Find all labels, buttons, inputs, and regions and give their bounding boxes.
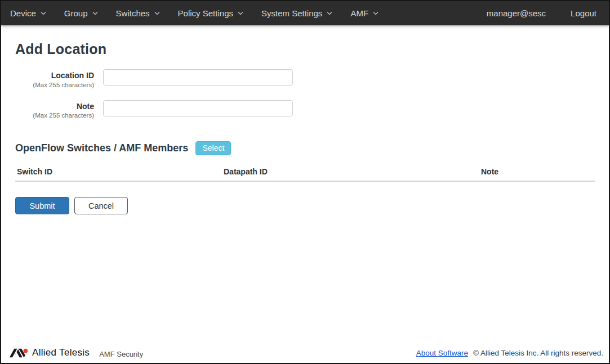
nav-item-system-settings[interactable]: System Settings: [252, 1, 341, 25]
add-location-form: Location ID (Max 255 characters) Note (M…: [15, 69, 595, 120]
copyright-text: © Allied Telesis Inc. All rights reserve…: [473, 349, 603, 357]
location-id-hint: (Max 255 characters): [15, 82, 94, 89]
select-members-button[interactable]: Select: [195, 141, 231, 155]
logged-in-user: manager@sesc: [478, 8, 555, 18]
note-label: Note: [15, 102, 94, 111]
chevron-down-icon: [41, 11, 46, 15]
nav-item-device[interactable]: Device: [1, 1, 55, 25]
members-section-header: OpenFlow Switches / AMF Members Select: [15, 141, 595, 155]
form-row-note: Note (Max 255 characters): [15, 100, 595, 120]
chevron-down-icon: [154, 11, 160, 15]
nav-item-label: Policy Settings: [178, 8, 233, 18]
main-content: Add Location Location ID (Max 255 charac…: [1, 25, 609, 214]
app-window: Device Group Switches Policy Settings Sy…: [0, 0, 610, 364]
footer: Allied Telesis AMF Security About Softwa…: [1, 344, 609, 363]
submit-button[interactable]: Submit: [15, 197, 69, 214]
logout-button[interactable]: Logout: [555, 8, 602, 18]
chevron-down-icon: [327, 11, 332, 15]
top-navbar: Device Group Switches Policy Settings Sy…: [1, 1, 609, 25]
chevron-down-icon: [92, 11, 98, 15]
nav-item-policy-settings[interactable]: Policy Settings: [169, 1, 252, 25]
footer-right: About Software © Allied Telesis Inc. All…: [416, 349, 603, 357]
brand: Allied Telesis AMF Security: [9, 347, 143, 358]
nav-menu: Device Group Switches Policy Settings Sy…: [1, 1, 478, 25]
column-header-switch-id: Switch ID: [15, 164, 222, 181]
column-header-datapath-id: Datapath ID: [222, 164, 479, 181]
nav-right: manager@sesc Logout: [478, 8, 609, 18]
nav-item-label: Switches: [116, 8, 150, 18]
nav-item-label: Group: [64, 8, 88, 18]
chevron-down-icon: [238, 11, 243, 15]
column-header-note: Note: [479, 164, 595, 181]
members-section-title: OpenFlow Switches / AMF Members: [15, 142, 188, 154]
page-title: Add Location: [15, 41, 595, 57]
location-id-label: Location ID: [15, 71, 94, 80]
app-name: AMF Security: [99, 348, 143, 358]
members-table-header-row: Switch ID Datapath ID Note: [15, 164, 595, 181]
nav-item-switches[interactable]: Switches: [107, 1, 169, 25]
nav-item-label: Device: [10, 8, 36, 18]
location-id-input[interactable]: [103, 69, 293, 86]
cancel-button[interactable]: Cancel: [74, 197, 128, 214]
note-input[interactable]: [103, 100, 293, 116]
members-table: Switch ID Datapath ID Note: [15, 164, 595, 182]
members-section: OpenFlow Switches / AMF Members Select S…: [15, 141, 595, 182]
note-hint: (Max 255 characters): [15, 112, 94, 120]
field-label-group: Location ID (Max 255 characters): [15, 69, 103, 89]
brand-name: Allied Telesis: [32, 347, 90, 358]
about-software-link[interactable]: About Software: [416, 349, 468, 357]
nav-item-group[interactable]: Group: [55, 1, 107, 25]
form-actions: Submit Cancel: [15, 197, 595, 214]
allied-telesis-logo-icon: [9, 348, 28, 358]
nav-item-label: AMF: [350, 8, 368, 18]
chevron-down-icon: [373, 11, 379, 15]
nav-item-amf[interactable]: AMF: [341, 1, 388, 25]
nav-item-label: System Settings: [261, 8, 322, 18]
form-row-location-id: Location ID (Max 255 characters): [15, 69, 595, 89]
field-label-group: Note (Max 255 characters): [15, 100, 103, 120]
